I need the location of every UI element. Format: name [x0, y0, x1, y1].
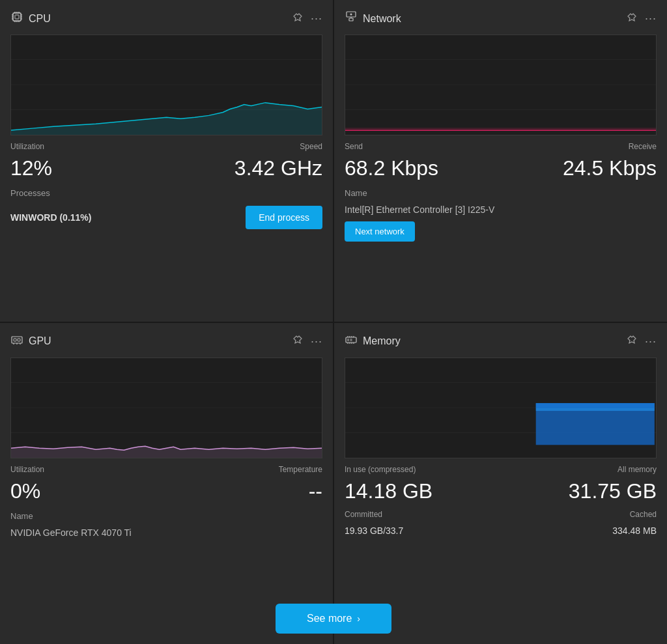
cpu-pin-icon[interactable]	[292, 12, 303, 25]
memory-actions: ···	[627, 335, 657, 348]
memory-title: Memory	[363, 335, 401, 347]
gpu-device-name: NVIDIA GeForce RTX 4070 Ti	[10, 527, 322, 538]
svg-rect-47	[347, 339, 349, 341]
svg-rect-0	[13, 13, 21, 21]
network-actions: ···	[627, 12, 657, 25]
cpu-widget: CPU ··· Utilization Speed 12% 3.4	[0, 0, 333, 322]
network-widget: Network ··· Send Receive 68.2 Kbps	[334, 0, 667, 322]
svg-rect-29	[18, 339, 20, 341]
svg-rect-1	[15, 15, 19, 19]
cpu-actions: ···	[292, 12, 322, 25]
cpu-title: CPU	[29, 13, 51, 25]
network-more-icon[interactable]: ···	[645, 12, 657, 25]
memory-icon	[345, 333, 358, 350]
gpu-temperature-value: --	[309, 479, 322, 503]
gpu-utilization-value: 0%	[10, 479, 40, 503]
memory-widget-header: Memory ···	[345, 333, 657, 350]
network-receive-value: 24.5 Kbps	[563, 156, 657, 180]
gpu-utilization-label: Utilization	[10, 465, 44, 474]
network-title-group: Network	[345, 10, 401, 27]
cpu-more-icon[interactable]: ···	[311, 12, 322, 25]
gpu-title: GPU	[29, 335, 51, 347]
cpu-icon	[10, 10, 23, 27]
network-title: Network	[363, 13, 401, 25]
network-adapter-name: Intel[R] Ethernet Controller [3] I225-V	[345, 204, 657, 215]
gpu-name-label: Name	[10, 511, 322, 521]
cpu-process-name: WINWORD (0.11%)	[10, 212, 91, 223]
network-send-value: 68.2 Kbps	[345, 156, 438, 180]
memory-stats-labels: In use (compressed) All memory	[345, 465, 657, 474]
gpu-temperature-label: Temperature	[279, 465, 322, 474]
memory-in-use-label: In use (compressed)	[345, 465, 416, 474]
cpu-utilization-value: 12%	[10, 156, 52, 180]
gpu-widget-header: GPU ···	[10, 333, 322, 350]
network-pin-icon[interactable]	[627, 12, 637, 25]
memory-more-icon[interactable]: ···	[645, 335, 657, 348]
cpu-chart	[10, 35, 322, 135]
network-name-label: Name	[345, 188, 657, 198]
memory-all-value: 31.75 GB	[569, 479, 657, 503]
cpu-widget-header: CPU ···	[10, 10, 322, 27]
svg-rect-23	[345, 35, 656, 135]
svg-rect-48	[350, 339, 352, 341]
gpu-chart	[10, 357, 322, 458]
gpu-title-group: GPU	[10, 333, 51, 350]
next-network-button[interactable]: Next network	[345, 221, 415, 242]
svg-rect-27	[12, 337, 22, 343]
see-more-container: See more ›	[0, 593, 667, 644]
network-send-label: Send	[345, 142, 363, 151]
network-stats-labels: Send Receive	[345, 142, 657, 151]
cpu-big-stats: 12% 3.42 GHz	[10, 156, 322, 180]
cpu-speed-value: 3.42 GHz	[234, 156, 322, 180]
memory-cached-label: Cached	[630, 510, 657, 519]
memory-in-use-value: 14.18 GB	[345, 479, 433, 503]
svg-rect-55	[536, 408, 655, 410]
svg-rect-33	[11, 358, 322, 458]
cpu-process-row: WINWORD (0.11%) End process	[10, 206, 322, 229]
gpu-actions: ···	[292, 335, 322, 348]
memory-cached-value: 334.48 MB	[612, 525, 657, 536]
svg-rect-28	[14, 339, 16, 341]
memory-pin-icon[interactable]	[627, 335, 637, 348]
network-chart	[345, 35, 657, 135]
memory-all-label: All memory	[617, 465, 657, 474]
gpu-stats-labels: Utilization Temperature	[10, 465, 322, 474]
memory-committed-value: 19.93 GB/33.7	[345, 525, 403, 536]
cpu-processes-label: Processes	[10, 188, 322, 198]
see-more-button[interactable]: See more ›	[276, 604, 391, 634]
memory-big-stats: 14.18 GB 31.75 GB	[345, 479, 657, 503]
gpu-icon	[10, 333, 23, 350]
svg-rect-19	[349, 18, 353, 21]
gpu-pin-icon[interactable]	[292, 335, 303, 348]
cpu-utilization-label: Utilization	[10, 142, 44, 151]
cpu-speed-label: Speed	[300, 142, 322, 151]
gpu-more-icon[interactable]: ···	[311, 335, 322, 348]
gpu-big-stats: 0% --	[10, 479, 322, 503]
see-more-arrow-icon: ›	[357, 613, 360, 624]
svg-rect-54	[536, 403, 655, 408]
memory-chart	[345, 357, 657, 458]
svg-point-22	[350, 14, 352, 16]
cpu-title-group: CPU	[10, 10, 51, 27]
see-more-label: See more	[307, 613, 352, 624]
network-widget-header: Network ···	[345, 10, 657, 27]
memory-bottom-values: 19.93 GB/33.7 334.48 MB	[345, 525, 657, 536]
network-big-stats: 68.2 Kbps 24.5 Kbps	[345, 156, 657, 180]
memory-bottom-labels: Committed Cached	[345, 510, 657, 519]
network-receive-label: Receive	[629, 142, 657, 151]
memory-committed-label: Committed	[345, 510, 382, 519]
end-process-button[interactable]: End process	[246, 206, 322, 229]
network-icon	[345, 10, 358, 27]
memory-title-group: Memory	[345, 333, 401, 350]
cpu-stats-labels: Utilization Speed	[10, 142, 322, 151]
